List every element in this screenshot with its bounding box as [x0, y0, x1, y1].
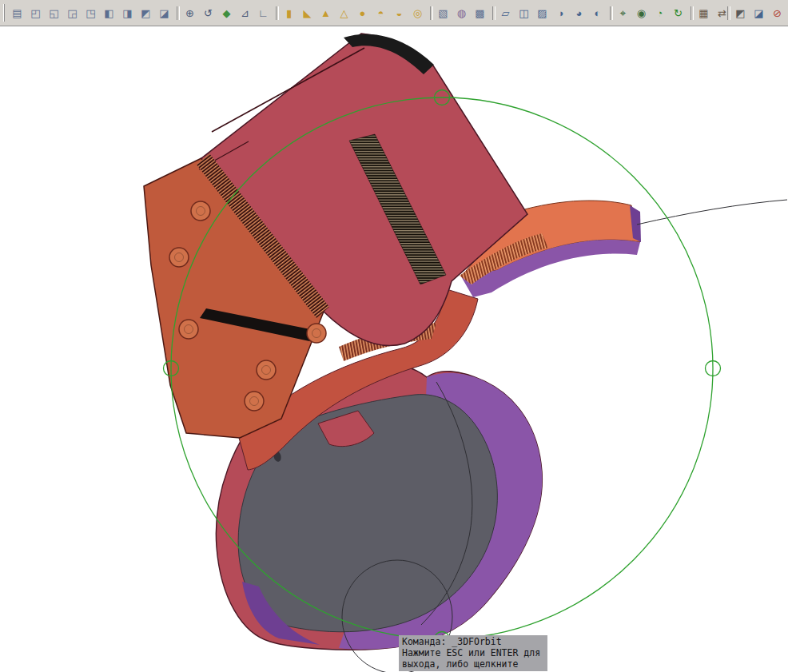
right-view-icon[interactable]: ◳ — [82, 4, 100, 22]
dome-surface-icon[interactable]: ◓ — [372, 4, 390, 22]
cad-application-window: ▤◰◱◲◳◧◨◩◪⊕↺◆⊿∟▮◣▲△●◓◒◎▧◍▩▱◫▨◑◕◐⌖◉◔↻▦⇄◩◪⊘… — [0, 0, 788, 672]
main-toolbar: ▤◰◱◲◳◧◨◩◪⊕↺◆⊿∟▮◣▲△●◓◒◎▧◍▩▱◫▨◑◕◐⌖◉◔↻▦⇄◩◪⊘… — [0, 0, 788, 26]
back-view-icon[interactable]: ◨ — [118, 4, 137, 22]
wedge-surface-icon[interactable]: ◣ — [298, 4, 316, 22]
torus-surface-icon[interactable]: ◎ — [408, 4, 427, 22]
tooltip-line: выхода, либо щелкните — [402, 658, 544, 670]
render-icon[interactable]: ◍ — [452, 4, 471, 22]
front-clip-icon[interactable]: ◩ — [731, 4, 750, 22]
ucs-face-icon[interactable]: ◆ — [217, 4, 236, 22]
bolt — [191, 201, 210, 221]
wireframe-3d-icon[interactable]: ◫ — [515, 4, 533, 22]
ucs-world-icon[interactable]: ⊕ — [181, 4, 199, 22]
hidden-line-icon[interactable]: ▨ — [533, 4, 551, 22]
bolt — [169, 248, 189, 267]
ucs-object-icon[interactable]: ⊿ — [236, 4, 254, 22]
left-view-icon[interactable]: ◲ — [63, 4, 82, 22]
camera-adjust-icon[interactable]: ▦ — [694, 4, 713, 22]
slice-icon[interactable]: ⊘ — [768, 4, 786, 22]
cone-surface-icon[interactable]: △ — [335, 4, 353, 22]
3d-continuous-orbit-icon[interactable]: ↻ — [669, 4, 687, 22]
back-clip-icon[interactable]: ◪ — [750, 4, 768, 22]
bolt — [257, 360, 276, 380]
top-view-icon[interactable]: ◰ — [26, 4, 45, 22]
3d-orbit-icon[interactable]: ◔ — [651, 4, 669, 22]
ucs-previous-icon[interactable]: ↺ — [199, 4, 217, 22]
pyramid-surface-icon[interactable]: ▲ — [316, 4, 335, 22]
3d-pan-icon[interactable]: ⌖ — [614, 4, 632, 22]
wireframe-2d-icon[interactable]: ▱ — [496, 4, 515, 22]
dish-surface-icon[interactable]: ◒ — [390, 4, 408, 22]
bottom-view-icon[interactable]: ◱ — [45, 4, 63, 22]
edges-shaded-icon[interactable]: ◐ — [588, 4, 607, 22]
toolbar-grip[interactable] — [3, 4, 5, 22]
construction-curve — [637, 200, 787, 225]
viewport-canvas[interactable] — [0, 26, 788, 672]
tooltip-line: Команда: _3DFOrbit — [402, 636, 544, 647]
ucs-origin-icon[interactable]: ∟ — [254, 4, 273, 22]
sw-isometric-view-icon[interactable]: ◩ — [137, 4, 155, 22]
flat-shaded-icon[interactable]: ◑ — [551, 4, 570, 22]
front-view-icon[interactable]: ◧ — [100, 4, 118, 22]
command-tooltip: Команда: _3DFOrbitНажмите ESC или ENTER … — [399, 635, 547, 671]
bolt — [245, 392, 264, 411]
bolt — [307, 324, 326, 343]
se-isometric-view-icon[interactable]: ◪ — [155, 4, 173, 22]
bolt — [179, 320, 198, 339]
box-surface-icon[interactable]: ▮ — [280, 4, 298, 22]
toolbar-buttons: ▤◰◱◲◳◧◨◩◪⊕↺◆⊿∟▮◣▲△●◓◒◎▧◍▩▱◫▨◑◕◐⌖◉◔↻▦⇄◩◪⊘… — [8, 2, 788, 24]
gouraud-shaded-icon[interactable]: ◕ — [570, 4, 588, 22]
named-views-icon[interactable]: ▤ — [8, 4, 26, 22]
3d-zoom-icon[interactable]: ◉ — [632, 4, 651, 22]
hide-icon[interactable]: ▧ — [434, 4, 452, 22]
tooltip-line: Нажмите ESC или ENTER для — [402, 647, 544, 658]
drawing-viewport[interactable] — [0, 26, 788, 672]
sphere-surface-icon[interactable]: ● — [353, 4, 372, 22]
materials-icon[interactable]: ▩ — [471, 4, 489, 22]
